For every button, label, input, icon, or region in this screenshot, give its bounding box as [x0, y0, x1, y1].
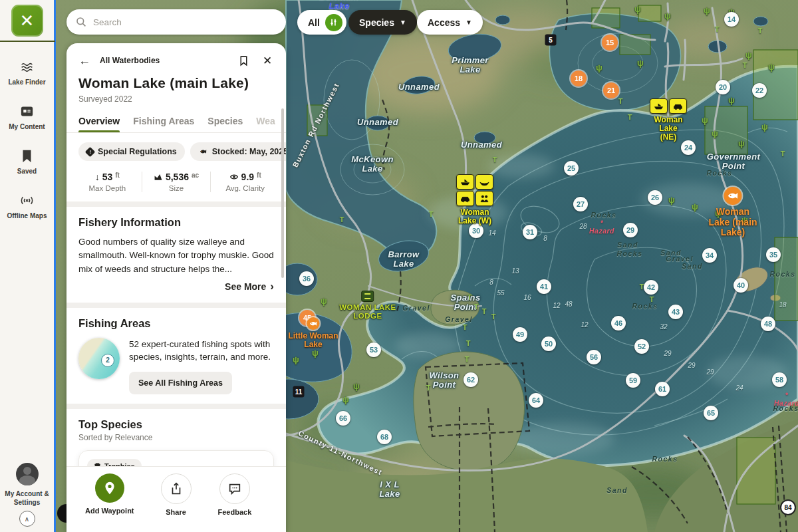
- filter-species-button[interactable]: Species ▼: [348, 10, 417, 35]
- lodge-marker[interactable]: WOMAN LAKE LODGE: [339, 291, 396, 321]
- fishing-spot-marker[interactable]: 40: [733, 278, 748, 293]
- lake-marker[interactable]: Woman Lake (main Lake): [708, 187, 757, 238]
- fishing-spot-marker[interactable]: 56: [587, 350, 601, 364]
- share-button[interactable]: Share: [161, 473, 192, 532]
- fishing-spot-marker[interactable]: 48: [761, 317, 775, 331]
- lake-name-label: McKeown Lake: [351, 155, 393, 174]
- fishing-spot-marker[interactable]: 62: [464, 372, 478, 387]
- special-regulations-chip[interactable]: ! Special Regulations: [78, 142, 185, 161]
- section-divider: [66, 404, 286, 409]
- sidebar-item-my-content[interactable]: My Content: [1, 104, 54, 131]
- back-arrow-icon[interactable]: ←: [78, 55, 90, 66]
- fishing-spot-marker[interactable]: 53: [366, 342, 381, 357]
- fishing-spot-marker[interactable]: 61: [655, 382, 670, 396]
- collapse-chevron-button[interactable]: ∧: [19, 511, 35, 527]
- lake-name-label: Burnham Lake: [319, 0, 359, 11]
- fishing-areas-thumbnail: 2: [78, 338, 120, 379]
- panel-scrollbar[interactable]: [281, 108, 284, 278]
- fishing-spot-marker[interactable]: 31: [523, 225, 537, 239]
- depth-number: 8: [489, 279, 493, 286]
- depth-number: 28: [579, 223, 587, 230]
- fishing-spot-marker[interactable]: 25: [564, 161, 579, 176]
- timber-icon: T: [465, 355, 469, 363]
- fishing-spot-marker-highlight[interactable]: 15: [602, 35, 618, 51]
- fishing-spot-marker[interactable]: 65: [704, 406, 718, 420]
- boat-access-point[interactable]: Woman Lake (W): [456, 174, 493, 225]
- lake-name-label: Wilson Point: [430, 371, 460, 390]
- sidebar-item-lake-finder[interactable]: Lake Finder: [1, 59, 54, 86]
- bookmark-icon[interactable]: [237, 54, 250, 67]
- close-icon[interactable]: ✕: [261, 54, 274, 67]
- fishing-spot-marker[interactable]: 20: [716, 80, 730, 94]
- fishing-spot-marker[interactable]: 59: [626, 373, 640, 388]
- fishing-spot-marker[interactable]: 64: [529, 393, 543, 408]
- fishing-spot-marker[interactable]: 14: [724, 12, 739, 27]
- lake-marker[interactable]: Little Woman Lake: [288, 317, 338, 350]
- fishing-spot-marker[interactable]: 46: [611, 316, 626, 331]
- page-title: Woman Lake (main Lake): [66, 70, 286, 91]
- search-icon: [76, 17, 86, 27]
- fishing-spot-marker[interactable]: 66: [336, 411, 350, 426]
- app-logo[interactable]: ✕: [11, 5, 43, 37]
- fishing-spot-marker-highlight[interactable]: 21: [603, 82, 619, 98]
- see-more-button[interactable]: See More›: [78, 280, 274, 293]
- sidebar-item-offline-maps[interactable]: Offline Maps: [1, 193, 54, 220]
- panel-scroll-area[interactable]: ← All Waterbodies ✕ Woman Lake (main Lak…: [66, 43, 286, 473]
- surface-label: Sand: [617, 241, 638, 249]
- timber-icon: T: [628, 113, 632, 121]
- stat-unit: ft: [257, 172, 261, 179]
- fishing-spot-marker[interactable]: 35: [766, 247, 781, 262]
- chevron-down-icon: ▼: [466, 19, 472, 26]
- section-heading: Fishing Areas: [78, 317, 274, 330]
- add-waypoint-button[interactable]: Add Waypoint: [85, 473, 134, 532]
- fishing-spot-marker[interactable]: 58: [772, 372, 787, 387]
- lake-name-label: I X L Lake: [379, 480, 400, 499]
- avatar[interactable]: [16, 463, 39, 485]
- alert-diamond-icon: !: [86, 148, 94, 156]
- fishing-spot-marker[interactable]: 26: [648, 190, 662, 205]
- stat-unit: ac: [192, 172, 199, 179]
- feedback-button[interactable]: Feedback: [218, 473, 252, 532]
- stocked-chip[interactable]: Stocked: May, 2025: [190, 142, 286, 161]
- filter-all-button[interactable]: All: [297, 10, 346, 35]
- fishing-spot-marker-highlight[interactable]: 18: [571, 70, 587, 86]
- fishing-spot-marker[interactable]: 68: [377, 430, 392, 444]
- fishing-spot-marker[interactable]: 29: [623, 223, 638, 237]
- vegetation-icon: ψ: [745, 50, 752, 60]
- see-all-fishing-areas-button[interactable]: See All Fishing Areas: [129, 372, 232, 394]
- stat-label: Max Depth: [76, 184, 139, 192]
- car-access-icon: [456, 191, 474, 206]
- vegetation-icon: ψ: [664, 11, 671, 21]
- lake-name-label: Government Point: [707, 152, 761, 172]
- fishing-spot-marker[interactable]: 42: [644, 280, 658, 295]
- fishing-spot-marker[interactable]: 36: [299, 271, 314, 286]
- tab-overview[interactable]: Overview: [78, 116, 120, 132]
- breadcrumb[interactable]: All Waterbodies: [100, 56, 160, 65]
- fish-icon: [724, 187, 741, 205]
- search-bar[interactable]: [66, 9, 286, 35]
- depth-number: 12: [553, 302, 560, 309]
- fishing-spot-marker[interactable]: 27: [573, 197, 588, 211]
- fishing-spot-marker[interactable]: 52: [634, 339, 649, 354]
- fishing-spot-marker[interactable]: 24: [681, 140, 696, 155]
- timber-icon: T: [340, 215, 344, 223]
- vegetation-icon: ψ: [712, 128, 718, 138]
- filter-access-button[interactable]: Access ▼: [417, 10, 483, 35]
- fishing-spot-marker[interactable]: 49: [513, 327, 527, 342]
- fishing-spot-marker[interactable]: 41: [537, 279, 551, 294]
- tab-species[interactable]: Species: [207, 116, 243, 132]
- tab-fishing-areas[interactable]: Fishing Areas: [133, 116, 194, 132]
- depth-number: 29: [706, 368, 714, 376]
- fishing-spot-marker[interactable]: 22: [752, 83, 767, 98]
- fishing-spot-marker[interactable]: 43: [668, 305, 683, 319]
- surface-label: Gravel: [445, 315, 473, 323]
- search-input[interactable]: [92, 17, 286, 28]
- vegetation-icon: ψ: [704, 5, 710, 15]
- canoe-access-icon: [475, 174, 493, 190]
- sidebar-item-saved[interactable]: Saved: [1, 148, 54, 176]
- fishing-spot-marker[interactable]: 34: [702, 248, 717, 263]
- eye-icon: [229, 172, 239, 182]
- fishing-spot-marker[interactable]: 50: [541, 336, 556, 351]
- tab-weather-truncated[interactable]: Wea: [256, 116, 275, 132]
- boat-access-point[interactable]: Woman Lake (NE): [650, 98, 687, 142]
